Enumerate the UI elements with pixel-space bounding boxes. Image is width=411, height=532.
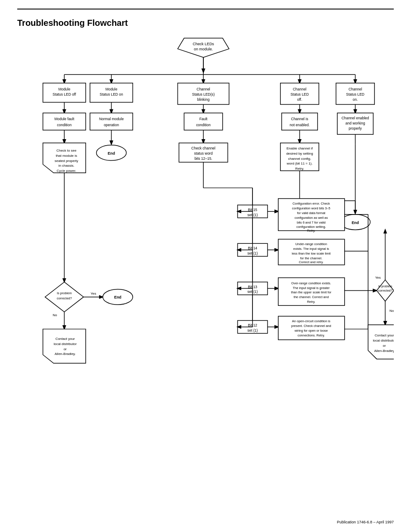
svg-text:bits 12–15.: bits 12–15.	[194, 156, 212, 161]
top-rule	[17, 9, 394, 9]
svg-text:set (1): set (1)	[247, 328, 258, 333]
svg-text:condition: condition	[196, 123, 211, 127]
svg-text:seated properly: seated properly	[55, 159, 78, 163]
svg-text:properly: properly	[349, 126, 362, 131]
svg-text:configuration as well as: configuration as well as	[295, 216, 328, 220]
svg-text:Status LED on: Status LED on	[100, 92, 123, 96]
svg-text:Over-range condition exists.: Over-range condition exists.	[291, 281, 331, 285]
svg-text:status word: status word	[194, 151, 212, 156]
svg-text:on module.: on module.	[194, 47, 213, 51]
svg-text:Normal module: Normal module	[99, 117, 124, 121]
svg-text:Enable channel if: Enable channel if	[286, 146, 313, 150]
svg-text:Check channel: Check channel	[191, 146, 215, 150]
svg-text:in chassis.: in chassis.	[59, 164, 75, 168]
svg-rect-37	[90, 113, 133, 130]
svg-text:No: No	[389, 309, 394, 313]
svg-text:wiring for open or loose: wiring for open or loose	[294, 329, 328, 333]
svg-text:channel config.: channel config.	[288, 157, 311, 161]
svg-text:Channel enabled: Channel enabled	[342, 116, 369, 120]
svg-text:off.: off.	[297, 97, 302, 102]
svg-text:Channel is: Channel is	[291, 117, 308, 121]
svg-text:local distributor: local distributor	[373, 339, 394, 342]
svg-text:configuration word bits 3–5: configuration word bits 3–5	[292, 206, 330, 210]
svg-text:Is problem: Is problem	[378, 285, 392, 288]
svg-text:Configuration error. Check: Configuration error. Check	[293, 202, 330, 205]
svg-text:Yes: Yes	[90, 292, 96, 296]
svg-text:or: or	[383, 344, 386, 348]
svg-marker-155	[43, 329, 86, 363]
svg-text:Under-range condition: Under-range condition	[296, 242, 327, 246]
svg-text:Is problem: Is problem	[57, 291, 72, 295]
svg-text:than the upper scale limit for: than the upper scale limit for	[291, 290, 332, 294]
svg-text:and working: and working	[346, 121, 365, 125]
svg-text:connections. Retry.: connections. Retry.	[298, 333, 325, 337]
svg-text:the channel. Correct and: the channel. Correct and	[294, 295, 329, 299]
svg-text:Allen-Bradley.: Allen-Bradley.	[55, 352, 76, 356]
flowchart-area: Check LEDs on module. Module	[17, 32, 394, 485]
svg-text:local distributor: local distributor	[54, 342, 77, 346]
svg-text:The input signal is greater: The input signal is greater	[293, 286, 330, 290]
svg-text:Retry.: Retry.	[295, 167, 304, 171]
svg-text:Fault: Fault	[199, 117, 208, 121]
svg-text:condition: condition	[57, 123, 72, 127]
svg-text:Retry.: Retry.	[307, 229, 315, 233]
svg-text:Cycle power.: Cycle power.	[56, 169, 76, 173]
svg-text:Allen-Bradley: Allen-Bradley	[374, 349, 394, 353]
svg-text:Check LEDs: Check LEDs	[193, 42, 214, 46]
svg-text:End: End	[108, 151, 115, 156]
svg-marker-55	[43, 143, 86, 173]
svg-text:Correct and retry.: Correct and retry.	[299, 260, 324, 264]
svg-text:Channel: Channel	[196, 87, 210, 91]
svg-text:No: No	[53, 313, 57, 317]
svg-text:Status LED: Status LED	[346, 92, 364, 96]
page: Troubleshooting Flowchart Check LEDs on …	[0, 0, 411, 532]
svg-text:Channel: Channel	[293, 87, 307, 91]
svg-text:corrected?: corrected?	[378, 289, 392, 292]
svg-text:Check to see: Check to see	[56, 149, 77, 152]
svg-text:End: End	[352, 221, 359, 225]
svg-text:desired by setting: desired by setting	[286, 152, 313, 156]
svg-text:that module is: that module is	[56, 154, 77, 158]
svg-text:exists. The input signal is: exists. The input signal is	[293, 247, 329, 251]
svg-text:configuration setting.: configuration setting.	[296, 225, 326, 229]
svg-text:corrected?: corrected?	[57, 296, 72, 300]
svg-text:Module: Module	[106, 87, 118, 91]
svg-text:not enabled.: not enabled.	[290, 123, 309, 127]
svg-text:blinking: blinking	[197, 97, 210, 102]
svg-text:Retry.: Retry.	[307, 300, 315, 304]
svg-text:on.: on.	[353, 97, 358, 102]
flowchart-svg: Check LEDs on module. Module	[17, 32, 394, 485]
svg-text:Contact your: Contact your	[375, 333, 394, 337]
svg-text:Channel: Channel	[349, 87, 362, 91]
svg-text:Status LED(s): Status LED(s)	[192, 92, 215, 96]
svg-text:for valid data format: for valid data format	[297, 211, 326, 215]
svg-text:operation: operation	[104, 123, 119, 127]
svg-text:for the channel.: for the channel.	[300, 256, 322, 260]
svg-rect-40	[184, 113, 222, 130]
svg-text:Contact your: Contact your	[56, 337, 75, 341]
svg-text:Status LED off: Status LED off	[53, 92, 76, 96]
svg-text:or: or	[64, 347, 67, 351]
svg-text:Status LED: Status LED	[290, 92, 309, 96]
svg-rect-43	[282, 113, 318, 130]
svg-text:Module fault: Module fault	[54, 117, 75, 121]
svg-text:present. Check channel and: present. Check channel and	[291, 324, 331, 328]
footer: Publication 1746-6.8 – April 1997	[337, 520, 394, 524]
page-title: Troubleshooting Flowchart	[17, 18, 394, 28]
svg-text:An open-circuit condition is: An open-circuit condition is	[292, 319, 330, 323]
svg-text:less than the low scale limit: less than the low scale limit	[292, 252, 331, 255]
svg-text:End: End	[114, 295, 121, 299]
svg-text:Yes: Yes	[375, 276, 381, 280]
svg-text:Module: Module	[58, 87, 70, 91]
svg-rect-34	[43, 113, 86, 130]
svg-text:bits 6 and 7 for valid: bits 6 and 7 for valid	[297, 221, 326, 224]
svg-text:word (bit 11 = 1).: word (bit 11 = 1).	[286, 162, 313, 165]
